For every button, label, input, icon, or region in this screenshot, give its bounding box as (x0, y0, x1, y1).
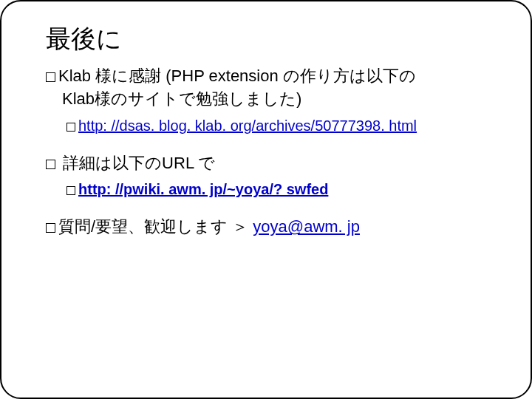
bullet-3-text: 質問/要望、歓迎します ＞ (58, 217, 253, 236)
square-bullet-icon (46, 160, 55, 169)
slide-frame: 最後に Klab 様に感謝 (PHP extension の作り方は以下の Kl… (0, 0, 532, 399)
link-pwiki[interactable]: http: //pwiki. awm. jp/~yoya/? swfed (78, 181, 328, 197)
bullet-1-sub: http: //dsas. blog. klab. org/archives/5… (66, 115, 501, 136)
slide-title: 最後に (46, 22, 501, 56)
bullet-1-line2: Klab様のサイトで勉強しました) (46, 88, 501, 111)
bullet-2-text: 詳細は以下のURL で (58, 154, 215, 172)
square-bullet-icon (46, 223, 55, 233)
bullet-group-3: 質問/要望、歓迎します ＞ yoya@awm. jp (46, 216, 501, 239)
bullet-group-1: Klab 様に感謝 (PHP extension の作り方は以下の Klab様の… (46, 65, 501, 136)
bullet-3: 質問/要望、歓迎します ＞ yoya@awm. jp (46, 216, 501, 239)
bullet-1-line1: Klab 様に感謝 (PHP extension の作り方は以下の (58, 66, 416, 85)
bullet-2-sub: http: //pwiki. awm. jp/~yoya/? swfed (66, 179, 501, 200)
link-pwiki-text: http: //pwiki. awm. jp/~yoya/? swfed (78, 181, 328, 197)
bullet-2: 詳細は以下のURL で (46, 152, 501, 175)
bullet-1: Klab 様に感謝 (PHP extension の作り方は以下の Klab様の… (46, 65, 501, 111)
link-email[interactable]: yoya@awm. jp (253, 217, 360, 236)
link-klab[interactable]: http: //dsas. blog. klab. org/archives/5… (78, 117, 417, 134)
square-bullet-icon (46, 72, 55, 82)
square-bullet-icon (66, 123, 75, 132)
bullet-group-2: 詳細は以下のURL で http: //pwiki. awm. jp/~yoya… (46, 152, 501, 200)
square-bullet-icon (66, 186, 75, 195)
